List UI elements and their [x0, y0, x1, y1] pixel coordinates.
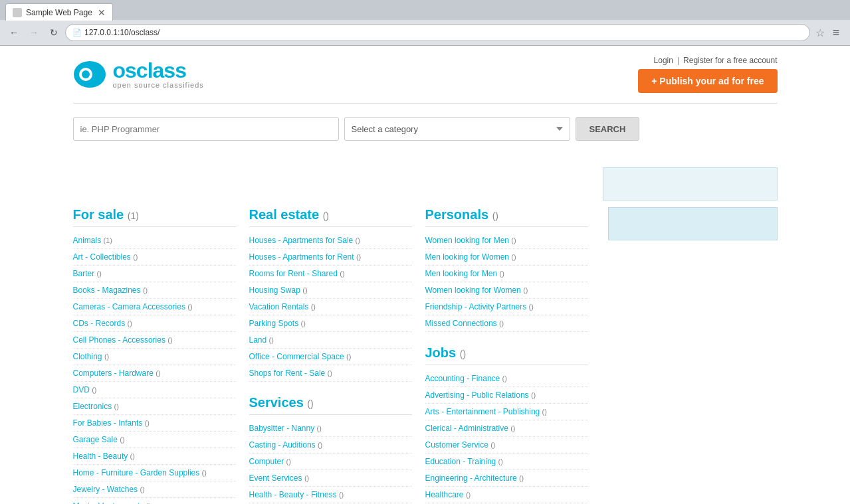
search-section: Select a category SEARCH [73, 117, 778, 141]
menu-button[interactable]: ≡ [827, 24, 845, 41]
personals-link[interactable]: Personals [425, 207, 489, 222]
refresh-button[interactable]: ↻ [45, 24, 62, 41]
cat-engineering[interactable]: Engineering - Architecture () [425, 470, 588, 487]
services-count: () [307, 398, 313, 409]
cat-houses-rent[interactable]: Houses - Apartments for Rent () [249, 249, 412, 266]
cat-cameras[interactable]: Cameras - Camera Accessories () [73, 299, 236, 315]
cat-barter[interactable]: Barter () [73, 266, 236, 282]
bookmark-icon[interactable]: ☆ [815, 27, 825, 39]
cat-animals[interactable]: Animals (1) [73, 232, 236, 249]
cat-rooms-rent[interactable]: Rooms for Rent - Shared () [249, 266, 412, 282]
cat-jewelry[interactable]: Jewelry - Watches () [73, 481, 236, 498]
auth-links: Login | Register for a free account [654, 56, 778, 65]
address-bar[interactable]: 📄 127.0.0.1:10/osclass/ [65, 24, 810, 41]
search-button[interactable]: SEARCH [576, 117, 640, 141]
browser-toolbar: ← → ↻ 📄 127.0.0.1:10/osclass/ ☆ ≡ [0, 20, 850, 45]
cat-for-babies[interactable]: For Babies - Infants () [73, 415, 236, 432]
cat-electronics[interactable]: Electronics () [73, 398, 236, 415]
cat-housing-swap[interactable]: Housing Swap () [249, 282, 412, 299]
site-header: osclass open source classifieds Login | … [73, 46, 778, 100]
cat-accounting[interactable]: Accounting - Finance () [425, 371, 588, 387]
main-layout [73, 154, 778, 201]
cat-clothing[interactable]: Clothing () [73, 349, 236, 365]
cat-women-women[interactable]: Women looking for Women () [425, 282, 588, 299]
main-content [73, 154, 597, 201]
cat-dvd[interactable]: DVD () [73, 382, 236, 398]
cat-land[interactable]: Land () [249, 332, 412, 349]
real-estate-heading: Real estate () [249, 207, 412, 227]
personals-jobs-column: Personals () Women looking for Men () Me… [425, 207, 601, 504]
cat-education-training[interactable]: Education - Training () [425, 454, 588, 470]
cat-office-commercial[interactable]: Office - Commercial Space () [249, 349, 412, 365]
real-estate-link[interactable]: Real estate [249, 207, 320, 222]
cat-health-beauty-fitness[interactable]: Health - Beauty - Fitness () [249, 487, 412, 503]
jobs-heading: Jobs () [425, 345, 588, 365]
for-sale-link[interactable]: For sale [73, 207, 124, 222]
cat-men-men[interactable]: Men looking for Men () [425, 266, 588, 282]
personals-count: () [492, 210, 498, 221]
search-input[interactable] [73, 117, 339, 141]
login-link[interactable]: Login [654, 56, 673, 65]
services-link[interactable]: Services [249, 395, 304, 410]
logo-icon [73, 58, 106, 91]
services-section: Services () Babysitter - Nanny () Castin… [249, 395, 412, 504]
logo-text-area: osclass open source classifieds [113, 60, 204, 89]
tab-favicon [13, 8, 22, 17]
cat-men-women[interactable]: Men looking for Women () [425, 249, 588, 266]
jobs-count: () [460, 349, 466, 359]
cat-houses-sale[interactable]: Houses - Apartments for Sale () [249, 232, 412, 249]
cat-shops-rent[interactable]: Shops for Rent - Sale () [249, 365, 412, 382]
cat-parking-spots[interactable]: Parking Spots () [249, 315, 412, 332]
cat-books-magazines[interactable]: Books - Magazines () [73, 282, 236, 299]
logo-subtitle: open source classifieds [113, 81, 204, 89]
auth-separator: | [677, 56, 679, 65]
cat-event-services[interactable]: Event Services () [249, 470, 412, 487]
category-select[interactable]: Select a category [344, 117, 570, 141]
header-divider [73, 103, 778, 104]
register-link[interactable]: Register for a free account [683, 56, 777, 65]
cat-computers[interactable]: Computers - Hardware () [73, 365, 236, 382]
jobs-link[interactable]: Jobs [425, 345, 457, 360]
categories-section: For sale (1) Animals (1) Art - Collectib… [73, 207, 778, 504]
cat-cds-records[interactable]: CDs - Records () [73, 315, 236, 332]
services-heading: Services () [249, 395, 412, 415]
page-wrapper: osclass open source classifieds Login | … [60, 46, 791, 504]
real-estate-column: Real estate () Houses - Apartments for S… [249, 207, 425, 504]
cat-customer-service[interactable]: Customer Service () [425, 437, 588, 454]
for-sale-column: For sale (1) Animals (1) Art - Collectib… [73, 207, 249, 504]
cat-home-furniture[interactable]: Home - Furniture - Garden Supplies () [73, 465, 236, 481]
cat-advertising[interactable]: Advertising - Public Relations () [425, 387, 588, 404]
cat-musical-instruments[interactable]: Musical Instruments () [73, 498, 236, 504]
sidebar-placeholder [603, 167, 778, 201]
svg-point-2 [82, 70, 90, 78]
cat-cell-phones[interactable]: Cell Phones - Accessories () [73, 332, 236, 349]
cat-art-collectibles[interactable]: Art - Collectibles () [73, 249, 236, 266]
cat-clerical[interactable]: Clerical - Administrative () [425, 420, 588, 437]
sidebar-ad-placeholder [608, 207, 778, 240]
cat-garage-sale[interactable]: Garage Sale () [73, 432, 236, 448]
cat-missed-connections[interactable]: Missed Connections () [425, 315, 588, 332]
back-button[interactable]: ← [5, 24, 23, 41]
right-sidebar-col [601, 207, 778, 504]
cat-vacation-rentals[interactable]: Vacation Rentals () [249, 299, 412, 315]
for-sale-heading: For sale (1) [73, 207, 236, 227]
for-sale-count: (1) [128, 210, 139, 221]
publish-button[interactable]: + Publish your ad for free [638, 69, 777, 93]
close-tab-icon[interactable]: ✕ [98, 7, 106, 18]
forward-button[interactable]: → [25, 24, 43, 41]
header-right: Login | Register for a free account + Pu… [638, 56, 777, 93]
cat-computer[interactable]: Computer () [249, 454, 412, 470]
browser-tab[interactable]: Sample Web Page ✕ [5, 3, 113, 21]
browser-chrome: Sample Web Page ✕ ← → ↻ 📄 127.0.0.1:10/o… [0, 0, 850, 46]
cat-arts-entertainment[interactable]: Arts - Entertainment - Publishing () [425, 404, 588, 420]
jobs-section: Jobs () Accounting - Finance () Advertis… [425, 345, 588, 504]
cat-friendship[interactable]: Friendship - Activity Partners () [425, 299, 588, 315]
cat-healthcare[interactable]: Healthcare () [425, 487, 588, 503]
logo-name: osclass [113, 60, 204, 81]
address-text: 127.0.0.1:10/osclass/ [84, 28, 159, 37]
cat-health-beauty[interactable]: Health - Beauty () [73, 448, 236, 465]
real-estate-count: () [323, 210, 329, 221]
cat-casting[interactable]: Casting - Auditions () [249, 437, 412, 454]
cat-women-men[interactable]: Women looking for Men () [425, 232, 588, 249]
cat-babysitter[interactable]: Babysitter - Nanny () [249, 420, 412, 437]
